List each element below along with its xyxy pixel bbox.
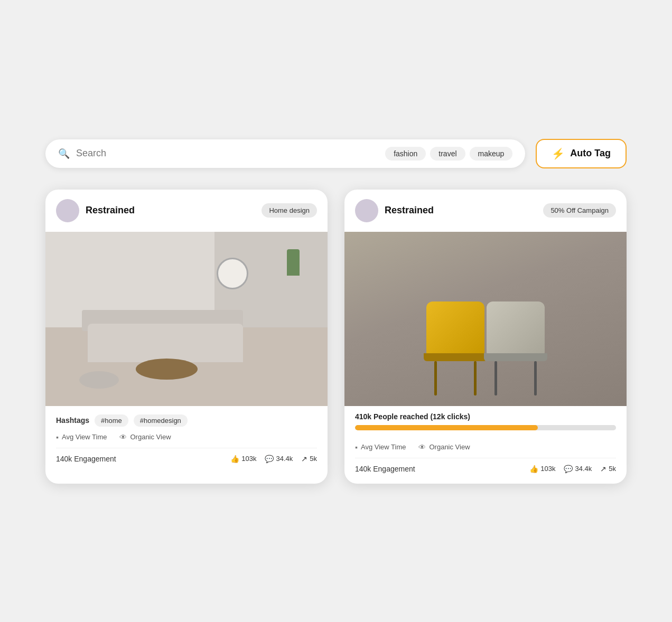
card-1-content: Hashtags #home #homedesign ▪️ Avg View T… xyxy=(45,406,328,463)
card-1-badge[interactable]: Home design xyxy=(262,203,317,218)
chairs-scene xyxy=(344,232,627,406)
like-icon-2: 👍 xyxy=(529,465,538,473)
stat-organic: 👁 Organic View xyxy=(119,433,171,441)
card-2-engagement-label: 140k Engagement xyxy=(355,465,415,473)
yellow-leg-left xyxy=(434,361,437,395)
card-2-stats: ▪️ Avg View Time 👁 Organic View xyxy=(355,443,616,451)
hashtag-homedesign[interactable]: #homedesign xyxy=(134,414,188,427)
card-1-stats: ▪️ Avg View Time 👁 Organic View xyxy=(56,433,317,441)
card-2-image xyxy=(344,232,627,406)
lr-sofa xyxy=(88,324,243,362)
stat-organic-label-2: Organic View xyxy=(429,443,470,451)
stat-organic-2: 👁 Organic View xyxy=(418,443,470,451)
card-1-image xyxy=(45,232,328,406)
gray-leg-right xyxy=(534,361,537,395)
video-icon-2: ▪️ xyxy=(355,443,358,451)
stat-avg-label-2: Avg View Time xyxy=(361,443,406,451)
comments-count: 34.4k xyxy=(276,455,293,463)
card-1-engagement-label: 140k Engagement xyxy=(56,455,116,463)
card-2-content: ▪️ Avg View Time 👁 Organic View 140k Eng… xyxy=(344,435,627,473)
hashtags-label: Hashtags xyxy=(56,416,89,425)
main-container: 🔍 Search fashion travel makeup ⚡ Auto Ta… xyxy=(45,118,627,505)
yellow-chair xyxy=(424,301,487,395)
card-2-likes: 👍 103k xyxy=(529,465,555,473)
card-2-header: Restrained 50% Off Campaign xyxy=(344,190,627,232)
lr-plant xyxy=(287,249,300,276)
card-2: Restrained 50% Off Campaign xyxy=(344,190,627,484)
card-1-avatar xyxy=(56,199,79,222)
card-1-likes: 👍 103k xyxy=(230,455,256,463)
card-2-avatar xyxy=(355,199,378,222)
yellow-chair-seat xyxy=(424,353,487,361)
card-1-engagement: 140k Engagement 👍 103k 💬 34.4k ↗ 5k xyxy=(56,448,317,463)
gray-chair-legs xyxy=(494,361,537,395)
stat-avg-view-2: ▪️ Avg View Time xyxy=(355,443,406,451)
search-icon: 🔍 xyxy=(58,148,70,159)
search-tags: fashion travel makeup xyxy=(385,147,512,161)
search-row: 🔍 Search fashion travel makeup ⚡ Auto Ta… xyxy=(45,139,627,168)
cards-row: Restrained Home design xyxy=(45,190,627,484)
stat-avg-view: ▪️ Avg View Time xyxy=(56,433,107,441)
tag-fashion[interactable]: fashion xyxy=(385,147,426,161)
card-2-badge[interactable]: 50% Off Campaign xyxy=(543,203,616,218)
eye-icon-2: 👁 xyxy=(418,443,426,451)
comment-icon: 💬 xyxy=(265,455,274,463)
comments-count-2: 34.4k xyxy=(575,465,592,473)
gray-chair-seat xyxy=(484,353,547,361)
shares-count: 5k xyxy=(310,455,317,463)
yellow-chair-legs xyxy=(434,361,477,395)
bolt-icon: ⚡ xyxy=(552,147,565,160)
stat-organic-label: Organic View xyxy=(130,433,171,441)
like-icon: 👍 xyxy=(230,455,239,463)
comment-icon-2: 💬 xyxy=(564,465,573,473)
yellow-leg-right xyxy=(474,361,477,395)
progress-bar-bg xyxy=(355,425,616,430)
lr-pouf xyxy=(79,371,119,389)
share-icon-2: ↗ xyxy=(600,465,606,473)
likes-count: 103k xyxy=(241,455,256,463)
auto-tag-button[interactable]: ⚡ Auto Tag xyxy=(536,139,627,168)
shares-count-2: 5k xyxy=(609,465,616,473)
living-room-scene xyxy=(45,232,328,406)
card-1-header: Restrained Home design xyxy=(45,190,328,232)
tag-travel[interactable]: travel xyxy=(430,147,465,161)
card-2-user: Restrained xyxy=(355,199,434,222)
progress-bar-fill xyxy=(355,425,538,430)
card-1-user: Restrained xyxy=(56,199,135,222)
yellow-chair-back xyxy=(426,301,484,354)
likes-count-2: 103k xyxy=(540,465,555,473)
card-1: Restrained Home design xyxy=(45,190,328,484)
search-placeholder: Search xyxy=(76,148,379,159)
chair-group xyxy=(424,291,547,395)
gray-leg-left xyxy=(494,361,497,395)
reached-text: 410k People reached (12k clicks) xyxy=(355,412,616,421)
gray-chair-back xyxy=(487,301,545,354)
card-2-comments: 💬 34.4k xyxy=(564,465,592,473)
card-1-username: Restrained xyxy=(86,205,135,216)
card-2-shares: ↗ 5k xyxy=(600,465,616,473)
video-icon: ▪️ xyxy=(56,433,59,441)
share-icon: ↗ xyxy=(301,455,307,463)
card-1-eng-stats: 👍 103k 💬 34.4k ↗ 5k xyxy=(230,455,317,463)
auto-tag-label: Auto Tag xyxy=(570,148,611,159)
card-1-comments: 💬 34.4k xyxy=(265,455,293,463)
card-2-eng-stats: 👍 103k 💬 34.4k ↗ 5k xyxy=(529,465,616,473)
stat-avg-label: Avg View Time xyxy=(62,433,107,441)
card-1-hashtags: Hashtags #home #homedesign xyxy=(56,414,317,427)
hashtag-home[interactable]: #home xyxy=(95,414,128,427)
lr-table xyxy=(136,359,198,380)
tag-makeup[interactable]: makeup xyxy=(470,147,513,161)
card-2-username: Restrained xyxy=(385,205,434,216)
eye-icon: 👁 xyxy=(119,433,127,441)
card-2-engagement: 140k Engagement 👍 103k 💬 34.4k ↗ 5k xyxy=(355,458,616,473)
card-1-shares: ↗ 5k xyxy=(301,455,317,463)
search-bar[interactable]: 🔍 Search fashion travel makeup xyxy=(45,139,525,168)
card-2-reached: 410k People reached (12k clicks) xyxy=(344,406,627,435)
gray-chair xyxy=(484,301,547,395)
